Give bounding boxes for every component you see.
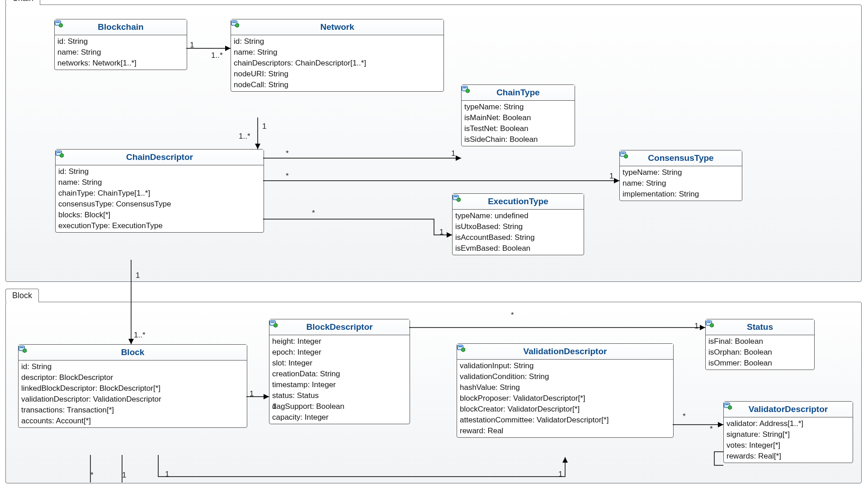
class-attribute: chainType: ChainType[1..*] — [56, 188, 264, 199]
class-title: ValidationDescriptor — [457, 344, 673, 360]
attribute-text: epoch: Integer — [272, 348, 321, 357]
class-body: validator: Address[1..*]signature: Strin… — [724, 417, 853, 463]
mult-label: * — [312, 209, 315, 218]
attribute-text: isOrphan: Boolean — [708, 348, 772, 357]
class-chaintype[interactable]: ChainType typeName: StringisMainNet: Boo… — [461, 84, 575, 146]
class-attribute: executionType: ExecutionType — [56, 220, 264, 231]
class-validatordescriptor[interactable]: ValidatorDescriptor validator: Address[1… — [723, 401, 853, 463]
mult-label: 1..* — [211, 51, 223, 60]
attribute-text: signature: String[*] — [726, 430, 790, 439]
attribute-text: implementation: String — [623, 190, 699, 199]
class-attribute: transactions: Transaction[*] — [19, 405, 247, 416]
class-attribute: consensusType: ConsensusType — [56, 199, 264, 210]
attribute-text: nodeCall: String — [234, 80, 288, 89]
class-title: BlockDescriptor — [269, 319, 410, 335]
attribute-text: votes: Integer[*] — [726, 441, 780, 450]
class-chaindescriptor[interactable]: ChainDescriptor id: Stringname: Stringch… — [55, 149, 264, 233]
class-validationdescriptor[interactable]: ValidationDescriptor validationInput: St… — [457, 343, 674, 438]
class-title: ChainDescriptor — [56, 150, 264, 165]
attribute-text: slot: Integer — [272, 359, 312, 368]
class-block[interactable]: Block id: Stringdescriptor: BlockDescrip… — [18, 344, 247, 428]
attribute-text: isOmmer: Boolean — [708, 359, 772, 368]
class-title: Status — [706, 319, 814, 335]
class-attribute: name: String — [55, 47, 187, 58]
class-attribute: typeName: String — [620, 167, 742, 178]
attribute-text: timestamp: Integer — [272, 380, 336, 389]
mult-label: * — [710, 425, 713, 434]
class-attribute: isTestNet: Boolean — [462, 123, 575, 134]
class-title: Network — [231, 19, 443, 35]
mult-label: 1 — [272, 402, 276, 411]
attribute-text: attestationCommittee: ValidatorDescripto… — [460, 416, 609, 425]
class-title: ConsensusType — [620, 150, 742, 166]
class-attribute: isEvmBased: Boolean — [453, 243, 584, 254]
class-body: typeName: Stringname: Stringimplementati… — [620, 166, 742, 201]
class-attribute: id: String — [56, 166, 264, 177]
class-body: typeName: StringisMainNet: BooleanisTest… — [462, 101, 575, 146]
attribute-text: rewards: Real[*] — [726, 452, 781, 461]
class-attribute: reward: Real — [457, 426, 673, 436]
package-block-tab: Block — [5, 289, 39, 302]
attribute-text: dagSupport: Boolean — [272, 402, 344, 411]
package-chain-tab: Chain — [5, 0, 40, 5]
class-attribute: linkedBlockDescriptor: BlockDescriptor[*… — [19, 383, 247, 394]
class-attribute: isMainNet: Boolean — [462, 112, 575, 123]
class-attribute: id: String — [19, 361, 247, 372]
class-attribute: id: String — [231, 36, 443, 47]
attribute-text: chainType: ChainType[1..*] — [58, 189, 150, 198]
class-attribute: validator: Address[1..*] — [724, 418, 853, 429]
class-title: Block — [19, 345, 247, 361]
class-body: typeName: undefinedisUtxoBased: Stringis… — [453, 210, 584, 255]
mult-label: 1..* — [134, 331, 146, 340]
attribute-text: status: Status — [272, 391, 319, 400]
class-attribute: validationCondition: String — [457, 371, 673, 382]
class-title: ValidatorDescriptor — [724, 402, 853, 417]
class-executiontype[interactable]: ExecutionType typeName: undefinedisUtxoB… — [452, 193, 584, 255]
class-blockdescriptor[interactable]: BlockDescriptor height: Integerepoch: In… — [269, 319, 410, 424]
attribute-text: name: String — [57, 48, 101, 57]
mult-label: * — [683, 412, 686, 421]
attribute-text: transactions: Transaction[*] — [21, 406, 114, 415]
class-attribute: isAccountBased: String — [453, 232, 584, 243]
class-attribute: rewards: Real[*] — [724, 451, 853, 462]
class-attribute: status: Status — [269, 390, 410, 401]
class-attribute: votes: Integer[*] — [724, 440, 853, 451]
attribute-text: name: String — [234, 48, 277, 57]
class-attribute: attestationCommittee: ValidatorDescripto… — [457, 415, 673, 426]
class-network[interactable]: Network id: Stringname: StringchainDescr… — [231, 19, 444, 92]
class-body: id: Stringdescriptor: BlockDescriptorlin… — [19, 361, 247, 427]
mult-label: 1 — [122, 471, 126, 480]
class-attribute: timestamp: Integer — [269, 379, 410, 390]
class-body: id: Stringname: StringchainDescriptors: … — [231, 35, 443, 91]
class-status[interactable]: Status isFinal: BooleanisOrphan: Boolean… — [705, 319, 815, 370]
class-consensustype[interactable]: ConsensusType typeName: Stringname: Stri… — [619, 150, 742, 201]
attribute-text: blockProposer: ValidatorDescriptor[*] — [460, 394, 585, 403]
class-attribute: signature: String[*] — [724, 429, 853, 440]
mult-label: 1 — [250, 389, 254, 398]
class-attribute: isSideChain: Boolean — [462, 134, 575, 145]
class-blockchain[interactable]: Blockchain id: Stringname: Stringnetwork… — [54, 19, 187, 70]
attribute-text: linkedBlockDescriptor: BlockDescriptor[*… — [21, 384, 160, 393]
mult-label: * — [511, 311, 514, 320]
class-body: id: Stringname: StringchainType: ChainTy… — [56, 165, 264, 232]
class-attribute: name: String — [56, 177, 264, 188]
attribute-text: isEvmBased: Boolean — [455, 244, 530, 253]
attribute-text: name: String — [58, 178, 102, 187]
attribute-text: name: String — [623, 179, 666, 188]
attribute-text: typeName: String — [464, 103, 524, 112]
class-attribute: name: String — [231, 47, 443, 58]
class-attribute: creationData: String — [269, 369, 410, 379]
class-attribute: isOrphan: Boolean — [706, 347, 814, 358]
attribute-text: isFinal: Boolean — [708, 337, 763, 346]
class-attribute: typeName: undefined — [453, 211, 584, 221]
attribute-text: typeName: undefined — [455, 211, 528, 220]
mult-label: 1 — [439, 228, 443, 237]
class-attribute: nodeURI: String — [231, 69, 443, 80]
class-body: validationInput: StringvalidationConditi… — [457, 360, 673, 437]
attribute-text: validationCondition: String — [460, 372, 549, 381]
class-attribute: blocks: Block[*] — [56, 210, 264, 220]
attribute-text: reward: Real — [460, 426, 503, 435]
attribute-text: accounts: Account[*] — [21, 417, 91, 426]
class-attribute: implementation: String — [620, 189, 742, 200]
class-attribute: name: String — [620, 178, 742, 189]
